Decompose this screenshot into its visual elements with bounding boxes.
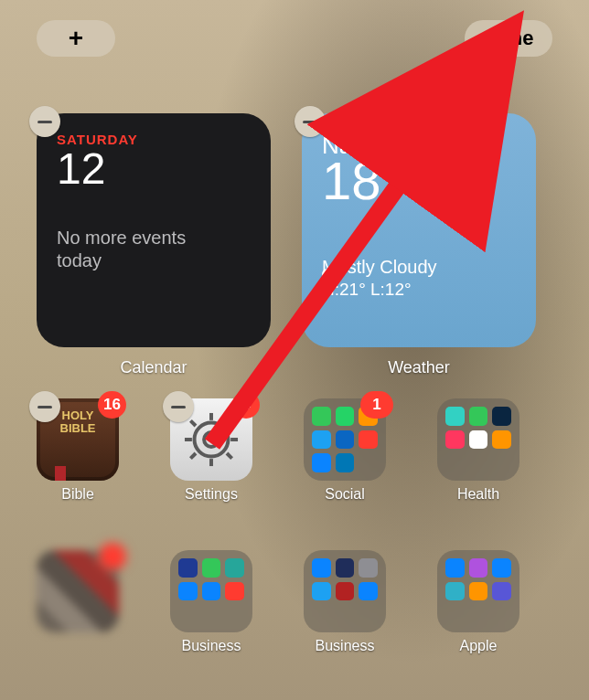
folder-icon [437, 550, 519, 632]
svg-point-1 [204, 432, 219, 447]
calendar-date: 12 [57, 143, 251, 194]
remove-bible-badge[interactable] [29, 391, 60, 422]
svg-rect-8 [226, 419, 233, 427]
remove-settings-badge[interactable] [163, 391, 194, 422]
cloud-icon [322, 265, 349, 280]
svg-rect-2 [209, 413, 213, 420]
settings-label: Settings [170, 486, 252, 503]
business-folder-1[interactable]: Business [170, 550, 252, 654]
folder-icon [437, 398, 519, 481]
minus-icon [171, 406, 186, 408]
done-label: Done [484, 27, 534, 50]
svg-point-0 [195, 423, 229, 457]
svg-rect-7 [226, 452, 233, 460]
business2-label: Business [304, 638, 386, 654]
minus-icon [37, 121, 52, 123]
calendar-widget[interactable]: SATURDAY 12 No more events today [37, 113, 271, 347]
social-badge: 1 [360, 391, 393, 419]
health-label: Health [437, 486, 519, 503]
weather-high-low: H:21° L:12° [322, 280, 516, 300]
business1-label: Business [170, 638, 252, 654]
calendar-widget-label: Calendar [37, 358, 271, 377]
weather-condition: Mostly Cloudy [322, 257, 516, 278]
top-bar: + Done [0, 20, 589, 66]
folder-icon [170, 550, 252, 632]
social-folder[interactable]: 1 Social [304, 398, 386, 503]
weather-widget-label: Weather [302, 358, 536, 377]
minus-icon [303, 121, 317, 123]
done-button[interactable]: Done [465, 20, 552, 57]
apple-folder[interactable]: Apple [437, 550, 519, 654]
add-widget-button[interactable]: + [37, 20, 115, 57]
svg-rect-4 [185, 438, 192, 441]
plus-icon: + [69, 24, 83, 53]
folder-icon [304, 550, 386, 632]
remove-weather-badge[interactable] [294, 106, 326, 137]
gear-icon [181, 409, 241, 470]
settings-badge: 4 [232, 391, 260, 419]
svg-rect-9 [189, 452, 197, 460]
obscured-app[interactable] [37, 550, 119, 638]
obscured-badge [99, 543, 126, 570]
svg-rect-5 [230, 438, 238, 441]
health-folder[interactable]: Health [437, 398, 519, 503]
remove-calendar-badge[interactable] [29, 106, 60, 137]
weather-temperature: 18° [322, 154, 516, 207]
apple-label: Apple [437, 638, 519, 654]
blurred-icon [37, 550, 119, 632]
svg-rect-3 [209, 459, 213, 466]
minus-icon [37, 406, 52, 408]
bible-label: Bible [37, 486, 119, 503]
bible-badge: 16 [98, 391, 126, 419]
social-label: Social [304, 486, 386, 503]
weather-widget[interactable]: Nairobi 18° Mostly Cloudy H:21° L:12° [302, 113, 536, 347]
calendar-message: No more events today [57, 227, 221, 272]
business-folder-2[interactable]: Business [304, 550, 386, 654]
svg-rect-6 [189, 419, 197, 427]
